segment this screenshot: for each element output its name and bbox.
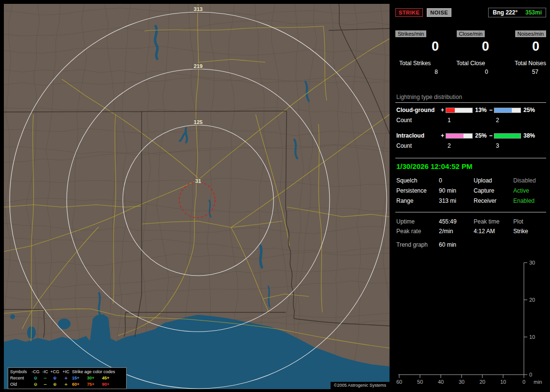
age-code: 15+ [72, 375, 87, 381]
cloud-ground-row: Cloud-ground + 13% − 25% [395, 106, 546, 114]
ic-minus-bar [494, 133, 521, 139]
total-close-value: 0 [485, 69, 496, 75]
cg-plus-count: 1 [446, 117, 473, 125]
pos-ic-symbol: + [60, 381, 72, 388]
count-label: Count [396, 117, 441, 125]
x-tick-label: 50 [417, 379, 423, 385]
indicator-row: STRIKE NOISE Bng 222° 353mi [395, 8, 546, 17]
peak-rate-value: 2/min [439, 228, 474, 235]
upload-label: Upload [474, 177, 513, 184]
cg-plus-bar-fill [446, 108, 455, 112]
age-code: 45+ [102, 375, 117, 381]
noises-per-min-value: 0 [532, 39, 546, 54]
plot-value: Strike [513, 228, 546, 235]
x-tick-label: 0 [522, 379, 525, 385]
peak-time-value: 4:12 AM [474, 228, 513, 235]
plot-label: Plot [513, 218, 546, 225]
squelch-value: 0 [439, 177, 474, 184]
trend-graph-label: Trend graph [396, 241, 439, 248]
upload-value: Disabled [513, 177, 546, 184]
receiver-value: Enabled [513, 197, 546, 204]
cloud-ground-label: Cloud-ground [396, 107, 441, 113]
cg-minus-bar-fill [494, 108, 512, 112]
rate-value-row: 0 0 0 [395, 39, 546, 54]
trend-graph-chart: 30 20 10 0 60 50 40 30 20 10 0 min [395, 259, 546, 386]
close-per-min-value: 0 [482, 39, 496, 54]
total-noises-label: Total Noises [515, 60, 546, 67]
cg-minus-percent: 25% [521, 107, 537, 113]
range-value: 313 mi [439, 197, 474, 204]
copyright-label: ©2005 Astrogenic Systems [331, 382, 390, 389]
strike-indicator-button[interactable]: STRIKE [395, 8, 423, 17]
pos-ic-symbol: + [60, 375, 72, 381]
noise-indicator-button[interactable]: NOISE [427, 8, 451, 17]
legend-type-header: -IC [41, 369, 50, 375]
total-strikes-label: Total Strikes [395, 60, 431, 67]
neg-cg-symbol: ⊖ [30, 381, 41, 388]
ic-plus-bar-fill [446, 134, 463, 138]
receiver-label: Receiver [474, 197, 513, 204]
trend-axes [398, 263, 527, 378]
ic-plus-bar [446, 133, 473, 139]
plus-sign: + [441, 132, 446, 139]
recent-age-codes: 15+ 30+ 45+ [72, 375, 124, 381]
x-axis-unit-label: min [534, 379, 542, 385]
map-legend: Symbols -CG -IC +CG +IC Strike age color… [8, 367, 127, 389]
y-tick-label: 0 [529, 372, 532, 378]
minus-sign: − [489, 107, 494, 113]
y-tick-label: 10 [529, 334, 535, 340]
peak-rate-label: Peak rate [396, 228, 439, 235]
range-ring-label: 219 [194, 63, 203, 69]
legend-recent-label: Recent [10, 375, 30, 381]
strikes-per-min-value: 0 [432, 39, 446, 54]
cloud-ground-count-row: Count 1 2 [395, 117, 546, 125]
status-panel: STRIKE NOISE Bng 222° 353mi Strikes/min … [395, 4, 546, 389]
legend-old-row: Old ⊖ − ⊕ + 60+ 75+ 90+ [10, 381, 124, 388]
neg-cg-symbol: ⊖ [30, 375, 41, 381]
status-grid: Uptime 455:49 Peak time Plot Peak rate 2… [395, 218, 546, 235]
legend-type-header: +CG [50, 369, 60, 375]
close-per-min-header: Close/min [457, 30, 485, 37]
lightning-map[interactable]: 313 219 125 31 Symbols -CG -IC +CG +IC S… [4, 4, 390, 389]
rate-header-row: Strikes/min Close/min Noises/min [395, 30, 546, 37]
map-canvas: 313 219 125 31 [4, 4, 390, 389]
capture-value: Active [513, 187, 546, 194]
legend-age-header: Strike age color codes [72, 369, 124, 375]
ic-minus-count: 3 [494, 142, 521, 150]
cg-minus-bar [494, 108, 521, 113]
ic-minus-percent: 38% [521, 132, 537, 139]
datetime-section: 1/30/2026 12:04:52 PM [395, 158, 546, 170]
x-tick-label: 20 [479, 379, 485, 385]
uptime-label: Uptime [396, 218, 439, 225]
persistence-value: 90 min [439, 187, 474, 194]
age-code: 60+ [72, 381, 87, 388]
datetime-display: 1/30/2026 12:04:52 PM [396, 162, 546, 170]
y-tick-label: 20 [529, 297, 535, 303]
ic-minus-bar-fill [494, 134, 521, 138]
total-strikes-value: 8 [434, 69, 446, 75]
x-tick-label: 40 [438, 379, 444, 385]
range-ring-label: 125 [194, 119, 203, 125]
bearing-readout: Bng 222° 353mi [488, 8, 546, 17]
capture-label: Capture [474, 187, 513, 194]
section-divider [395, 212, 546, 212]
x-tick-label: 30 [459, 379, 464, 385]
minus-sign: − [489, 132, 494, 139]
distribution-title: Lightning type distribution [395, 94, 546, 103]
x-tick-label: 60 [396, 379, 402, 385]
legend-header-row: Symbols -CG -IC +CG +IC Strike age color… [10, 369, 124, 375]
total-close-label: Total Close [456, 60, 485, 67]
neg-ic-symbol: − [41, 381, 50, 388]
range-ring-label: 31 [195, 178, 201, 184]
strikes-per-min-header: Strikes/min [395, 30, 426, 37]
ic-plus-percent: 25% [473, 132, 489, 139]
trend-graph-value: 60 min [439, 241, 456, 248]
peak-time-label: Peak time [474, 218, 513, 225]
pos-cg-symbol: ⊕ [50, 375, 60, 381]
cg-plus-percent: 13% [473, 107, 489, 113]
noises-per-min-header: Noises/min [515, 30, 546, 37]
count-label: Count [396, 142, 441, 150]
range-label: Range [396, 197, 439, 204]
age-code: 75+ [87, 381, 102, 388]
bearing-value: Bng 222° [492, 9, 517, 16]
